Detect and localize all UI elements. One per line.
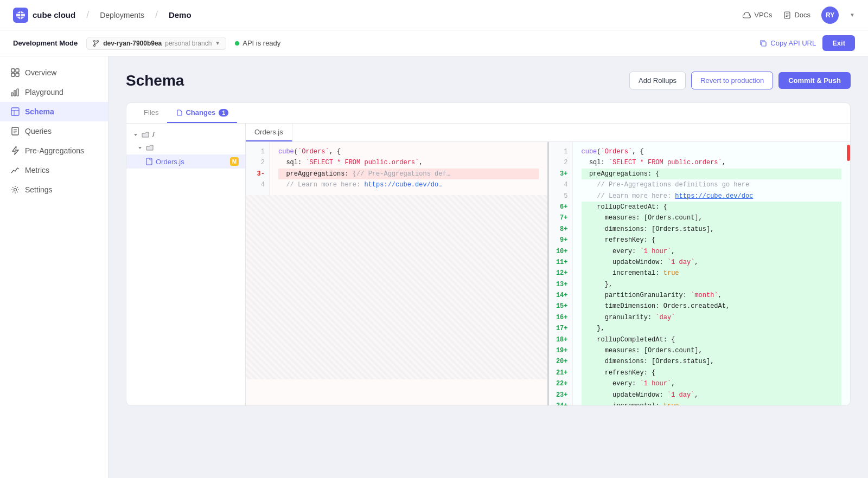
diff-area: Orders.js 1 2 3- 4 <box>246 124 850 405</box>
sidebar-schema-label: Schema <box>25 107 54 116</box>
branch-selector[interactable]: dev-ryan-7900b9ea personal branch ▼ <box>86 37 226 50</box>
docs-label: Docs <box>794 11 810 19</box>
sidebar-item-preaggregations[interactable]: Pre-Aggregations <box>0 141 108 160</box>
r-line-11: updateWindow: `1 day`, <box>582 257 842 268</box>
bolt-icon <box>11 146 20 155</box>
r-line-2: sql: `SELECT * FROM public.orders`, <box>582 157 842 168</box>
triangle-icon <box>133 132 138 138</box>
r-line-4: // Pre-Aggregations definitions go here <box>582 179 842 190</box>
svg-point-6 <box>97 40 99 42</box>
r-line-13: }, <box>582 279 842 290</box>
devbar-right: Copy API URL Exit <box>760 35 855 51</box>
r-lnum-4: 4 <box>556 179 568 190</box>
nav-demo: Demo <box>169 10 192 20</box>
devmode-label: Development Mode <box>13 39 78 47</box>
tab-changes-label: Changes <box>186 108 215 117</box>
changes-icon <box>176 109 182 116</box>
r-lnum-21: 21+ <box>556 367 568 378</box>
add-rollups-button[interactable]: Add Rollups <box>629 72 686 89</box>
table-icon <box>11 107 20 116</box>
r-lnum-17: 17+ <box>556 323 568 334</box>
logo-text: cube cloud <box>33 10 75 20</box>
sidebar-item-playground[interactable]: Playground <box>0 82 108 102</box>
svg-rect-14 <box>14 91 16 96</box>
sidebar-metrics-label: Metrics <box>25 166 49 175</box>
svg-rect-16 <box>11 108 19 115</box>
r-line-1: cube(`Orders`, { <box>582 146 842 157</box>
r-line-23: updateWindow: `1 day`, <box>582 390 842 401</box>
nav-sep2: / <box>155 9 158 21</box>
r-lnum-6: 6+ <box>556 202 568 212</box>
r-lnum-18: 18+ <box>556 334 568 345</box>
schema-title: Schema <box>126 72 184 89</box>
r-lnum-1: 1 <box>556 146 568 157</box>
r-lnum-22: 22+ <box>556 378 568 389</box>
file-tree-ordersjs[interactable]: Orders.js M <box>126 154 245 169</box>
copy-api-button[interactable]: Copy API URL <box>760 39 816 47</box>
right-line-nums: 1 2 3+ 4 5 6+ 7+ 8+ 9+ 10+ <box>549 142 573 405</box>
docs-link[interactable]: Docs <box>783 11 810 20</box>
changes-badge: 1 <box>219 109 228 117</box>
r-line-18: rollupCompletedAt: { <box>582 334 842 345</box>
svg-point-23 <box>14 189 17 191</box>
diff-right-content: 1 2 3+ 4 5 6+ 7+ 8+ 9+ 10+ <box>549 142 851 405</box>
editor-body: / Orders.js M <box>126 124 850 405</box>
r-lnum-3: 3+ <box>556 169 568 179</box>
diff-right-panel: 1 2 3+ 4 5 6+ 7+ 8+ 9+ 10+ <box>549 142 851 405</box>
sidebar-item-settings[interactable]: Settings <box>0 180 108 199</box>
diff-change-indicator <box>847 145 850 161</box>
nav-deployments[interactable]: Deployments <box>100 11 144 20</box>
copy-api-label: Copy API URL <box>770 39 816 47</box>
diff-tab-bar: Orders.js <box>246 124 850 142</box>
r-lnum-5: 5 <box>556 191 568 202</box>
r-line-10: every: `1 hour`, <box>582 246 842 257</box>
diff-panels: 1 2 3- 4 cube(`Orders`, { sql: `SELECT *… <box>246 142 850 405</box>
r-line-5: // Learn more here: https://cube.dev/doc <box>582 191 842 202</box>
topnav-right: VPCs Docs RY ▼ <box>743 7 855 24</box>
r-line-12: incremental: true <box>582 268 842 279</box>
lnum-2: 2 <box>252 157 265 168</box>
left-line-2: sql: `SELECT * FROM public.orders`, <box>278 157 539 168</box>
schema-editor: Files Changes 1 / <box>126 102 851 406</box>
lnum-3-: 3- <box>252 169 265 179</box>
r-line-21: refreshKey: { <box>582 367 842 378</box>
sidebar-item-metrics[interactable]: Metrics <box>0 160 108 180</box>
diff-file-tab[interactable]: Orders.js <box>246 124 292 141</box>
r-line-17: }, <box>582 323 842 334</box>
vpcs-label: VPCs <box>754 11 772 19</box>
exit-button[interactable]: Exit <box>822 35 855 51</box>
sidebar-item-overview[interactable]: Overview <box>0 63 108 82</box>
folder2-icon <box>146 144 154 152</box>
logo[interactable]: cube cloud <box>13 8 75 23</box>
r-lnum-11: 11+ <box>556 257 568 268</box>
r-lnum-23: 23+ <box>556 390 568 401</box>
tab-changes[interactable]: Changes 1 <box>167 103 237 123</box>
right-code: cube(`Orders`, { sql: `SELECT * FROM pub… <box>573 142 851 405</box>
api-status: API is ready <box>235 39 280 47</box>
sidebar-item-schema[interactable]: Schema <box>0 102 108 121</box>
editor-tabs: Files Changes 1 <box>126 103 850 124</box>
svg-rect-15 <box>17 89 18 96</box>
sidebar-queries-label: Queries <box>25 127 52 135</box>
ordersjs-label: Orders.js <box>156 158 184 166</box>
left-code: cube(`Orders`, { sql: `SELECT * FROM pub… <box>270 142 547 195</box>
revert-button[interactable]: Revert to production <box>691 72 773 89</box>
user-avatar[interactable]: RY <box>821 7 839 24</box>
file-tree-subfolder[interactable] <box>126 141 245 154</box>
copy-icon <box>760 40 767 47</box>
r-lnum-14: 14+ <box>556 290 568 301</box>
tab-files[interactable]: Files <box>135 103 167 123</box>
r-lnum-24: 24+ <box>556 401 568 405</box>
svg-point-7 <box>94 44 95 46</box>
main-layout: Overview Playground Schema <box>0 56 868 478</box>
r-line-16: granularity: `day` <box>582 312 842 323</box>
top-nav: cube cloud / Deployments / Demo VPCs Doc… <box>0 0 868 30</box>
left-line-1: cube(`Orders`, { <box>278 146 539 157</box>
sidebar-overview-label: Overview <box>25 68 56 77</box>
sidebar-playground-label: Playground <box>25 88 63 96</box>
file-tree-root[interactable]: / <box>126 128 245 141</box>
sidebar-item-queries[interactable]: Queries <box>0 121 108 141</box>
vpcs-link[interactable]: VPCs <box>743 11 772 20</box>
file-change-badge: M <box>230 157 239 166</box>
commit-push-button[interactable]: Commit & Push <box>778 72 851 89</box>
